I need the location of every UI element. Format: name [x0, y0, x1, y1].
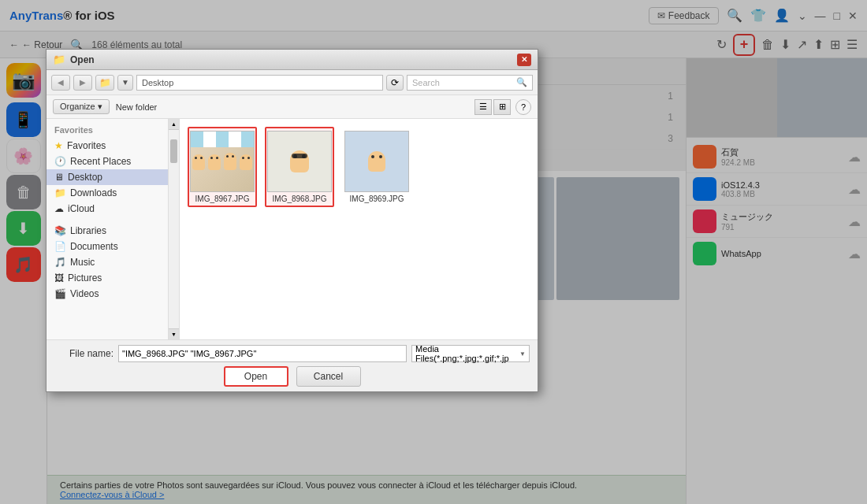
recent-label: Recent Places — [70, 156, 131, 167]
view-list-button[interactable]: ☰ — [474, 99, 492, 115]
file-type-value: Media Files(*.png;*.jpg;*.gif;*.jp — [415, 344, 519, 363]
file-item-2[interactable]: IMG_8968.JPG — [265, 127, 334, 207]
nav-folder-button[interactable]: 📁 — [95, 75, 114, 91]
sidebar-item-music[interactable]: 🎵 Music — [47, 254, 168, 270]
scroll-up-button[interactable]: ▲ — [169, 119, 179, 130]
path-value: Desktop — [142, 78, 173, 87]
file-name-label: File name: — [54, 348, 113, 359]
new-folder-label: New folder — [116, 102, 158, 112]
organize-label: Organize ▾ — [60, 102, 102, 112]
folder-icon: 📁 — [53, 54, 65, 65]
videos-icon: 🎬 — [54, 288, 66, 299]
cancel-dialog-button[interactable]: Cancel — [296, 366, 361, 387]
libraries-icon: 📚 — [54, 225, 66, 236]
file-name-input[interactable]: "IMG_8968.JPG" "IMG_8967.JPG" — [118, 345, 407, 362]
view-grid-button[interactable]: ⊞ — [493, 99, 511, 115]
file-name-2: IMG_8968.JPG — [273, 195, 327, 203]
favorites-label: Favorites — [67, 140, 106, 151]
desktop-label: Desktop — [68, 172, 102, 183]
desktop-icon: 🖥 — [54, 172, 64, 183]
sidebar-item-desktop[interactable]: 🖥 Desktop — [47, 169, 168, 185]
cloud-sidebar-icon: ☁ — [54, 203, 64, 214]
documents-icon: 📄 — [54, 241, 66, 252]
file-type-select[interactable]: Media Files(*.png;*.jpg;*.gif;*.jp ▼ — [411, 345, 530, 362]
videos-label: Videos — [70, 288, 99, 299]
file-name-3: IMG_8969.JPG — [350, 195, 404, 203]
search-placeholder: Search — [412, 78, 440, 87]
open-dialog: 📁 Open ✕ ◀ ▶ 📁 ▼ Desktop ⟳ Search 🔍 — [46, 49, 538, 392]
pictures-label: Pictures — [68, 272, 102, 284]
dialog-close-button[interactable]: ✕ — [517, 54, 531, 66]
help-button[interactable]: ? — [515, 99, 531, 115]
documents-label: Documents — [70, 241, 118, 252]
clock-icon: 🕐 — [54, 156, 66, 167]
scroll-thumb — [170, 139, 177, 163]
file-name-1: IMG_8967.JPG — [195, 195, 250, 203]
nav-forward-button[interactable]: ▶ — [73, 75, 92, 91]
nav-dropdown-button[interactable]: ▼ — [117, 75, 133, 91]
dialog-title-bar: 📁 Open ✕ — [47, 50, 538, 70]
file-item-3[interactable]: IMG_8969.JPG — [342, 127, 411, 207]
sidebar-item-recent[interactable]: 🕐 Recent Places — [47, 154, 168, 169]
file-item-1[interactable]: IMG_8967.JPG — [188, 127, 257, 207]
organize-button[interactable]: Organize ▾ — [53, 99, 110, 114]
downloads-label: Downloads — [70, 187, 117, 198]
sidebar-item-libraries[interactable]: 📚 Libraries — [47, 223, 168, 239]
sidebar-item-pictures[interactable]: 🖼 Pictures — [47, 270, 168, 286]
scroll-down-button[interactable]: ▼ — [169, 328, 179, 339]
file-grid: IMG_8967.JPG — [180, 119, 538, 339]
search-input[interactable]: Search 🔍 — [407, 75, 533, 91]
path-input[interactable]: Desktop — [136, 75, 383, 91]
music-label: Music — [70, 257, 95, 268]
favorites-header: Favorites — [47, 124, 168, 138]
sidebar-item-favorites[interactable]: ★ Favorites — [47, 138, 168, 154]
sidebar-item-videos[interactable]: 🎬 Videos — [47, 286, 168, 302]
dialog-title: Open — [70, 54, 95, 65]
icloud-label: iCloud — [68, 203, 95, 214]
libraries-label: Libraries — [70, 225, 106, 236]
pictures-icon: 🖼 — [54, 272, 64, 284]
star-icon: ★ — [54, 140, 63, 151]
nav-back-button[interactable]: ◀ — [51, 75, 70, 91]
sidebar-item-downloads[interactable]: 📁 Downloads — [47, 185, 168, 201]
new-folder-button[interactable]: New folder — [116, 102, 158, 112]
file-name-value: "IMG_8968.JPG" "IMG_8967.JPG" — [122, 349, 256, 358]
dialog-footer: File name: "IMG_8968.JPG" "IMG_8967.JPG"… — [47, 339, 538, 391]
vertical-scrollbar[interactable]: ▲ ▼ — [169, 119, 180, 339]
dropdown-arrow-icon: ▼ — [519, 350, 526, 358]
sidebar-item-icloud[interactable]: ☁ iCloud — [47, 201, 168, 217]
sidebar-item-documents[interactable]: 📄 Documents — [47, 239, 168, 254]
open-dialog-button[interactable]: Open — [224, 366, 288, 387]
refresh-nav-button[interactable]: ⟳ — [386, 75, 404, 91]
music-sidebar-icon: 🎵 — [54, 257, 66, 268]
downloads-folder-icon: 📁 — [54, 187, 66, 198]
search-magnifier-icon: 🔍 — [516, 77, 527, 87]
